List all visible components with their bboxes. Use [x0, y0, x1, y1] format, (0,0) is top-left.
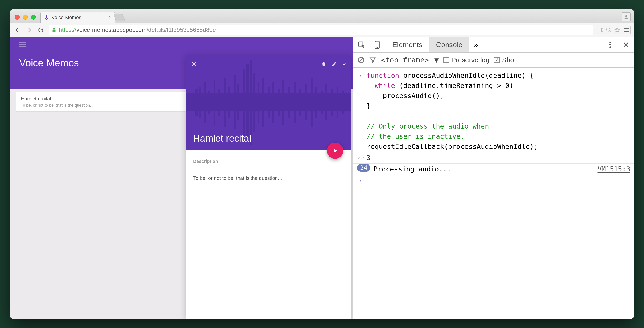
close-window-button[interactable]: [15, 15, 20, 20]
devtools-panel: Elements Console »: [353, 37, 634, 319]
description-text: To be, or not to be, that is the questio…: [193, 175, 344, 181]
tab-console[interactable]: Console: [429, 37, 469, 52]
zoom-icon[interactable]: [606, 27, 612, 33]
hamburger-icon[interactable]: [19, 42, 26, 47]
svg-point-53: [610, 46, 611, 48]
log-count-badge: 24: [357, 164, 370, 172]
input-prompt-icon: ›: [357, 70, 363, 81]
console-input: function processAudioWhenIdle(deadline) …: [366, 70, 538, 152]
svg-rect-28: [253, 73, 255, 132]
kebab-icon[interactable]: [602, 37, 618, 52]
svg-rect-41: [321, 91, 323, 114]
console-output[interactable]: › function processAudioWhenIdle(deadline…: [354, 68, 634, 319]
svg-rect-22: [228, 87, 230, 118]
url-text: https://voice-memos.appspot.com/details/…: [59, 26, 216, 33]
svg-rect-30: [262, 78, 264, 127]
content: Voice Memos Hamlet recital To be, or not…: [10, 37, 634, 319]
svg-rect-17: [204, 82, 206, 123]
toolbar-right: [597, 26, 631, 34]
svg-rect-34: [282, 80, 284, 125]
svg-rect-43: [331, 89, 333, 116]
svg-rect-44: [337, 87, 338, 118]
titlebar: Voice Memos ×: [10, 9, 634, 23]
svg-line-6: [610, 31, 611, 32]
tab-elements[interactable]: Elements: [386, 37, 429, 52]
console-log-row: 24 Processing audio... VM1515:3: [354, 163, 634, 174]
svg-rect-23: [234, 75, 236, 130]
browser-window: Voice Memos × https://voice-memos.appspo…: [10, 9, 634, 319]
svg-rect-0: [46, 15, 48, 18]
svg-rect-19: [214, 80, 215, 125]
svg-rect-26: [246, 64, 248, 141]
filter-icon[interactable]: [369, 57, 376, 63]
edit-icon[interactable]: [331, 61, 337, 67]
menu-button[interactable]: [622, 26, 631, 34]
description-label: Description: [193, 159, 344, 164]
svg-rect-32: [272, 82, 274, 123]
new-tab-button[interactable]: [114, 14, 125, 21]
play-fab[interactable]: [327, 143, 343, 159]
close-tab-icon[interactable]: ×: [109, 15, 112, 20]
forward-button[interactable]: [25, 26, 33, 34]
frame-selector[interactable]: <top frame> ▼: [381, 56, 438, 64]
svg-rect-16: [199, 87, 201, 118]
star-icon[interactable]: [614, 27, 620, 33]
svg-rect-15: [196, 89, 198, 116]
fullscreen-window-button[interactable]: [31, 15, 36, 20]
svg-rect-3: [53, 30, 56, 32]
svg-rect-35: [288, 87, 290, 118]
minimize-window-button[interactable]: [23, 15, 28, 20]
svg-point-2: [625, 15, 627, 17]
detail-hero: Hamlet recital: [186, 55, 352, 150]
profile-button[interactable]: [622, 12, 631, 21]
close-detail-icon[interactable]: [191, 61, 197, 67]
address-bar[interactable]: https://voice-memos.appspot.com/details/…: [48, 25, 593, 35]
svg-rect-29: [258, 82, 260, 123]
svg-point-51: [610, 41, 611, 43]
svg-rect-18: [208, 91, 210, 114]
camera-icon[interactable]: [597, 27, 604, 33]
svg-rect-38: [305, 84, 307, 121]
delete-icon[interactable]: [321, 61, 326, 67]
download-icon[interactable]: [342, 61, 347, 67]
device-icon[interactable]: [369, 37, 385, 52]
input-prompt-icon[interactable]: ›: [357, 175, 363, 185]
show-checkbox[interactable]: Sho: [494, 56, 514, 64]
chevron-down-icon: ▼: [434, 56, 438, 64]
inspect-icon[interactable]: [354, 37, 369, 52]
tab-title: Voice Memos: [52, 15, 106, 20]
detail-toolbar: [186, 55, 352, 73]
detail-body: Description To be, or not to be, that is…: [186, 150, 352, 190]
svg-rect-45: [342, 91, 344, 114]
svg-rect-31: [268, 87, 270, 118]
devtools-tabs: Elements Console »: [354, 37, 634, 53]
svg-rect-4: [597, 28, 602, 32]
svg-rect-20: [218, 89, 220, 116]
window-controls: [10, 15, 40, 23]
close-devtools-icon[interactable]: [618, 37, 634, 52]
toolbar: https://voice-memos.appspot.com/details/…: [10, 23, 634, 37]
svg-rect-37: [300, 89, 301, 116]
browser-tab[interactable]: Voice Memos ×: [40, 12, 115, 23]
console-result: 3: [366, 153, 370, 163]
voice-memos-app: Voice Memos Hamlet recital To be, or not…: [10, 37, 353, 319]
svg-rect-33: [278, 89, 280, 116]
svg-point-52: [610, 44, 611, 45]
log-source-link[interactable]: VM1515:3: [598, 164, 630, 174]
mic-icon: [44, 15, 49, 20]
svg-rect-24: [237, 84, 239, 121]
svg-point-5: [606, 28, 610, 31]
svg-rect-25: [243, 69, 245, 136]
clear-console-icon[interactable]: [358, 56, 365, 64]
preserve-log-checkbox[interactable]: Preserve log: [443, 56, 489, 64]
svg-rect-39: [311, 78, 312, 127]
svg-rect-36: [294, 82, 296, 123]
svg-rect-42: [326, 84, 327, 121]
svg-rect-40: [315, 87, 317, 118]
back-button[interactable]: [13, 26, 22, 34]
svg-rect-21: [224, 78, 226, 127]
tabs-overflow[interactable]: »: [469, 37, 483, 52]
console-subbar: <top frame> ▼ Preserve log Sho: [354, 53, 634, 68]
lock-icon: [52, 27, 56, 33]
reload-button[interactable]: [37, 26, 45, 34]
